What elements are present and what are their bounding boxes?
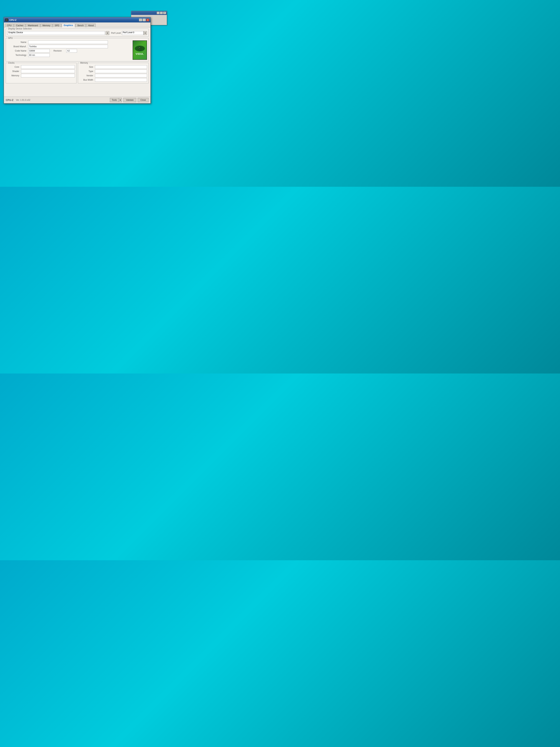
validate-button[interactable]: Validate xyxy=(123,98,136,102)
device-select-wrapper: Graphic Device ▼ xyxy=(7,31,109,35)
gpu-name-value xyxy=(28,41,108,44)
perf-level-select[interactable]: Perf Level 0 xyxy=(122,31,143,35)
tools-button[interactable]: Tools xyxy=(110,98,118,102)
app-icon: ⚙ xyxy=(5,18,8,22)
perf-level-arrow[interactable]: ▼ xyxy=(143,31,147,35)
perf-select-container: Perf Level 0 ▼ xyxy=(122,31,147,35)
display-device-row: Graphic Device ▼ Perf Level Perf Level 0… xyxy=(7,31,147,35)
mem-type-label: Type xyxy=(80,70,94,73)
nvidia-logo: VIDIA. xyxy=(133,41,147,60)
mem-type-value xyxy=(95,70,147,73)
bottom-bar: CPU-Z Ver. 1.91.0.x32 Tools ▼ Validate C… xyxy=(4,97,151,103)
clock-core-label: Core xyxy=(7,66,20,68)
clock-shader-value xyxy=(21,70,75,73)
device-select-arrow[interactable]: ▼ xyxy=(106,31,109,35)
perf-level-wrapper: Perf Level Perf Level 0 ▼ xyxy=(111,31,147,35)
display-device-label: Display Device Selection xyxy=(7,27,32,30)
bg-maximize-button[interactable]: □ xyxy=(160,12,163,14)
close-app-button[interactable]: Close xyxy=(138,98,149,102)
memory-label: Memory xyxy=(80,61,89,64)
content-area: Display Device Selection Graphic Device … xyxy=(4,27,151,97)
gpu-label: GPU xyxy=(7,37,14,39)
mem-buswidth-value xyxy=(95,78,147,82)
close-button[interactable]: ✕ xyxy=(146,19,149,21)
tab-spd[interactable]: SPD xyxy=(53,24,61,27)
tab-separator-3 xyxy=(40,24,41,27)
mem-size-value xyxy=(95,65,147,69)
mem-vendor-label: Vendor xyxy=(80,74,94,77)
tab-separator-7 xyxy=(86,24,86,27)
tab-about[interactable]: About xyxy=(86,24,96,27)
gpu-technology-value: 80 nm xyxy=(28,53,50,57)
minimize-button[interactable]: — xyxy=(139,19,142,21)
clocks-memory-section: Clocks Core Shader Memory xyxy=(6,63,149,85)
mem-buswidth-label: Bus Width xyxy=(80,79,94,81)
gpu-revision-label: Revision xyxy=(51,50,65,52)
gpu-revision-value: A2 xyxy=(66,49,77,53)
spacer xyxy=(6,86,149,95)
clock-memory-label: Memory xyxy=(7,74,20,77)
mem-size-label: Size xyxy=(80,66,94,68)
bottom-app-name: CPU-Z xyxy=(6,99,14,101)
tab-cpu[interactable]: CPU xyxy=(5,24,14,27)
tools-button-group: Tools ▼ xyxy=(110,98,122,102)
svg-point-4 xyxy=(139,48,140,48)
nvidia-eye-svg xyxy=(134,45,145,52)
tab-memory[interactable]: Memory xyxy=(41,24,52,27)
gpu-board-manuf-value: Toshiba xyxy=(28,45,108,48)
memory-grid: Size Type Vendor Bus Width xyxy=(80,65,147,82)
gpu-group: GPU Name Board Manuf. Toshiba xyxy=(6,38,149,61)
bg-minimize-button[interactable]: — xyxy=(157,12,160,14)
perf-level-label: Perf Level xyxy=(111,32,121,34)
cpuz-window: ⚙ CPU-Z — □ ✕ CPU Caches Mainboard Memor… xyxy=(4,17,151,104)
graphic-device-select[interactable]: Graphic Device xyxy=(7,31,105,35)
clocks-label: Clocks xyxy=(7,61,15,64)
clock-core-value xyxy=(21,65,75,69)
gpu-technology-label: Technology xyxy=(7,54,27,56)
clocks-group: Clocks Core Shader Memory xyxy=(6,63,77,83)
gpu-code-name-value: G86M xyxy=(28,49,50,53)
gpu-board-manuf-label: Board Manuf. xyxy=(7,45,27,48)
tab-mainboard[interactable]: Mainboard xyxy=(26,24,40,27)
titlebar: ⚙ CPU-Z — □ ✕ xyxy=(4,18,151,22)
display-device-group: Display Device Selection Graphic Device … xyxy=(6,29,149,36)
window-controls: — □ ✕ xyxy=(139,19,149,21)
gpu-code-name-label: Code Name xyxy=(7,50,27,52)
tab-bar: CPU Caches Mainboard Memory SPD Graphics… xyxy=(4,22,151,27)
clock-memory-value xyxy=(21,74,75,77)
mem-vendor-value xyxy=(95,74,147,77)
tab-graphics[interactable]: Graphics xyxy=(62,23,75,27)
nvidia-brand-text: VIDIA. xyxy=(135,52,144,55)
gpu-name-label: Name xyxy=(7,41,27,44)
maximize-button[interactable]: □ xyxy=(142,19,146,21)
bg-titlebar: — □ ✕ xyxy=(131,11,167,15)
tab-bench[interactable]: Bench xyxy=(76,24,86,27)
clocks-grid: Core Shader Memory xyxy=(7,65,75,77)
gpu-fields: Name Board Manuf. Toshiba Cod xyxy=(7,41,108,58)
tab-separator-4 xyxy=(52,24,53,27)
window-title: CPU-Z xyxy=(9,19,139,21)
memory-group: Memory Size Type Vendor Bus Width xyxy=(78,63,149,83)
tab-separator-1 xyxy=(14,24,14,27)
tools-dropdown-arrow[interactable]: ▼ xyxy=(118,98,122,102)
tab-caches[interactable]: Caches xyxy=(14,24,25,27)
bg-close-button[interactable]: ✕ xyxy=(163,12,166,14)
version-text: Ver. 1.91.0.x32 xyxy=(16,99,108,101)
clock-shader-label: Shader xyxy=(7,70,20,73)
